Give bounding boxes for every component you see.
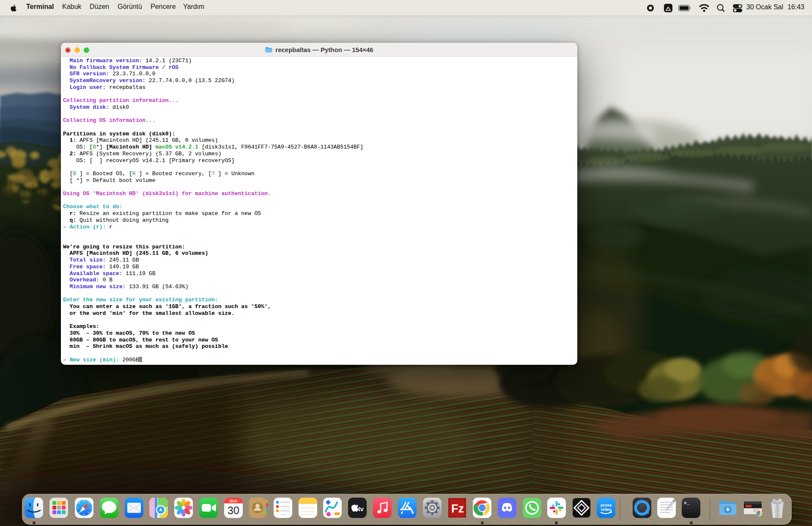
svg-text:30: 30 bbox=[228, 504, 239, 516]
svg-text:OCA: OCA bbox=[230, 499, 238, 503]
svg-text:video: video bbox=[601, 507, 612, 512]
svg-text:Fz: Fz bbox=[451, 502, 464, 515]
svg-text:>_: >_ bbox=[684, 501, 690, 506]
svg-text:tv: tv bbox=[358, 506, 364, 512]
